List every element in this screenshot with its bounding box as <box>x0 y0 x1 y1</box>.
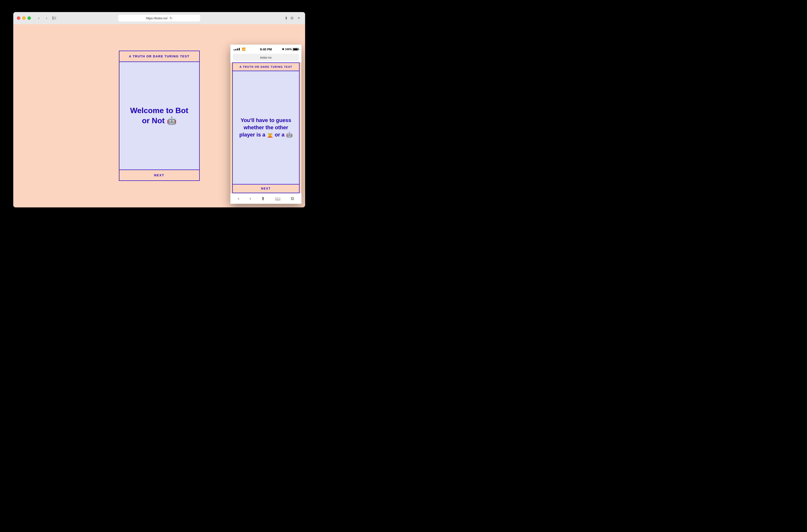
wifi-status-icon: 📶 <box>242 48 246 51</box>
iphone-signal: 📶 <box>234 48 246 51</box>
svg-rect-0 <box>52 16 54 20</box>
iphone-time: 9:40 PM <box>260 48 272 51</box>
bookmarks-icon[interactable]: 📖 <box>275 196 281 202</box>
share-icon[interactable]: ⬆ <box>285 16 288 20</box>
svg-rect-3 <box>54 19 56 19</box>
iphone-next-label: NEXT <box>261 187 271 190</box>
forward-button[interactable]: › <box>43 16 50 20</box>
close-button[interactable] <box>17 16 20 20</box>
iphone-card-header-text: A TRUTH OR DARE TURING TEST <box>239 65 292 68</box>
new-tab-button[interactable]: + <box>296 15 302 21</box>
next-button-label: NEXT <box>154 173 165 177</box>
iphone-statusbar: 📶 9:40 PM ✱ 100% <box>230 44 302 54</box>
iphone-app-card: A TRUTH OR DARE TURING TEST You'll have … <box>232 62 300 193</box>
maximize-button[interactable] <box>27 16 31 20</box>
mac-titlebar: ‹ › https://botor.no/ ↻ ⬆ ⧉ + <box>13 12 305 24</box>
battery-pct-label: 100% <box>285 48 292 51</box>
iphone-card-body: You'll have to guess whether the other p… <box>233 71 299 185</box>
share-icon[interactable]: ⬆ <box>261 196 265 202</box>
reload-icon[interactable]: ↻ <box>170 16 172 20</box>
back-icon[interactable]: ‹ <box>238 196 239 201</box>
iphone-battery-status: ✱ 100% <box>282 48 298 51</box>
traffic-lights <box>17 16 31 20</box>
card-header-text: A TRUTH OR DARE TURING TEST <box>129 55 190 58</box>
svg-rect-1 <box>54 17 56 17</box>
tabs-icon[interactable]: ⧉ <box>291 196 294 201</box>
iphone-url-text: botor.no <box>260 56 272 59</box>
toolbar-right: ⬆ ⧉ + <box>285 15 302 21</box>
card-main-text: Welcome to Bot or Not 🤖 <box>127 106 192 126</box>
back-button[interactable]: ‹ <box>36 16 42 20</box>
card-header: A TRUTH OR DARE TURING TEST <box>119 51 199 62</box>
bluetooth-icon: ✱ <box>282 48 284 51</box>
card-footer[interactable]: NEXT <box>119 170 199 180</box>
url-text: https://botor.no/ <box>146 16 168 20</box>
iphone-content: A TRUTH OR DARE TURING TEST You'll have … <box>230 62 302 193</box>
signal-dots <box>234 48 240 51</box>
forward-icon[interactable]: › <box>250 196 251 201</box>
iphone-url-bar[interactable]: botor.no <box>233 54 299 61</box>
iphone-card-header: A TRUTH OR DARE TURING TEST <box>233 63 299 71</box>
sidebar-button[interactable] <box>52 16 57 20</box>
card-body: Welcome to Bot or Not 🤖 <box>119 62 199 170</box>
app-card: A TRUTH OR DARE TURING TEST Welcome to B… <box>119 51 200 181</box>
url-bar[interactable]: https://botor.no/ ↻ <box>118 15 200 21</box>
minimize-button[interactable] <box>22 16 25 20</box>
tab-icon[interactable]: ⧉ <box>291 16 293 20</box>
battery-icon <box>293 48 298 51</box>
nav-buttons: ‹ › <box>36 16 50 20</box>
iphone-card-footer[interactable]: NEXT <box>233 185 299 193</box>
svg-rect-2 <box>54 18 56 18</box>
iphone-mockup: 📶 9:40 PM ✱ 100% botor.no A TRUTH OR DAR… <box>230 44 302 204</box>
iphone-bottom-bar: ‹ › ⬆ 📖 ⧉ <box>230 193 302 204</box>
iphone-card-main-text: You'll have to guess whether the other p… <box>237 117 294 138</box>
